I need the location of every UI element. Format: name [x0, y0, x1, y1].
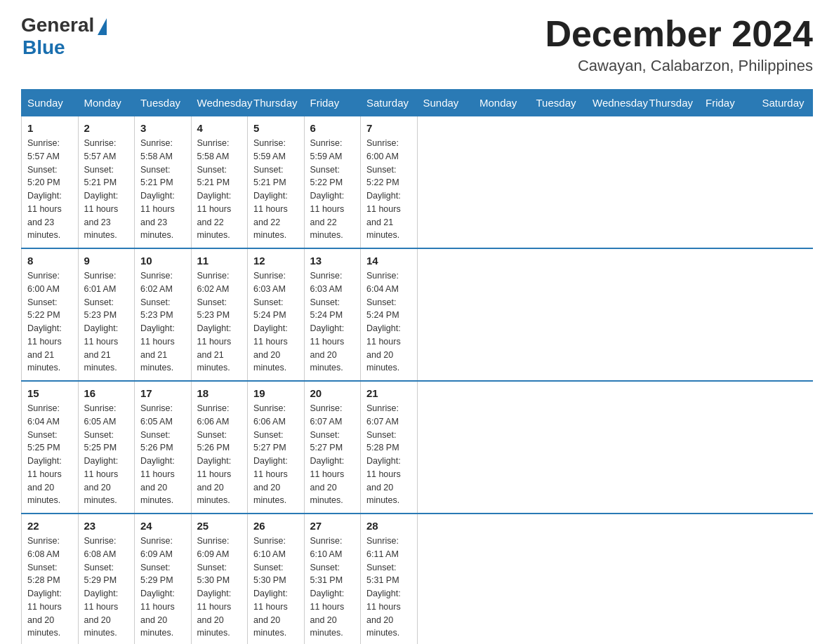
- day-info: Sunrise: 6:04 AMSunset: 5:25 PMDaylight:…: [27, 402, 72, 507]
- calendar-cell: 16Sunrise: 6:05 AMSunset: 5:25 PMDayligh…: [78, 381, 135, 514]
- day-info: Sunrise: 6:10 AMSunset: 5:30 PMDaylight:…: [253, 535, 298, 640]
- day-number: 5: [253, 122, 298, 134]
- day-info: Sunrise: 6:10 AMSunset: 5:31 PMDaylight:…: [310, 535, 355, 640]
- day-info: Sunrise: 6:06 AMSunset: 5:27 PMDaylight:…: [253, 402, 298, 507]
- day-number: 22: [27, 520, 72, 532]
- day-info: Sunrise: 6:02 AMSunset: 5:23 PMDaylight:…: [140, 269, 185, 375]
- header-day-sunday: Sunday: [417, 90, 474, 116]
- day-number: 17: [140, 387, 185, 399]
- calendar-cell: 8Sunrise: 6:00 AMSunset: 5:22 PMDaylight…: [22, 248, 79, 381]
- day-info: Sunrise: 6:05 AMSunset: 5:25 PMDaylight:…: [84, 402, 129, 507]
- header-day-tuesday: Tuesday: [135, 90, 192, 116]
- day-info: Sunrise: 5:59 AMSunset: 5:21 PMDaylight:…: [253, 137, 298, 242]
- day-info: Sunrise: 6:00 AMSunset: 5:22 PMDaylight:…: [27, 269, 72, 375]
- title-area: December 2024 Cawayan, Calabarzon, Phili…: [545, 14, 813, 75]
- calendar-cell: 6Sunrise: 5:59 AMSunset: 5:22 PMDaylight…: [304, 116, 361, 249]
- day-info: Sunrise: 6:03 AMSunset: 5:24 PMDaylight:…: [310, 269, 355, 375]
- day-number: 15: [27, 387, 72, 399]
- day-number: 12: [253, 255, 298, 267]
- day-number: 9: [84, 255, 129, 267]
- calendar-cell: 27Sunrise: 6:10 AMSunset: 5:31 PMDayligh…: [304, 514, 361, 644]
- day-info: Sunrise: 6:07 AMSunset: 5:28 PMDaylight:…: [366, 402, 411, 507]
- logo: General Blue: [21, 14, 107, 59]
- calendar-cell: 4Sunrise: 5:58 AMSunset: 5:21 PMDaylight…: [191, 116, 248, 249]
- day-number: 3: [140, 122, 185, 134]
- day-info: Sunrise: 6:09 AMSunset: 5:30 PMDaylight:…: [197, 535, 242, 640]
- day-number: 8: [27, 255, 72, 267]
- calendar-cell: 24Sunrise: 6:09 AMSunset: 5:29 PMDayligh…: [135, 514, 192, 644]
- calendar-week-row: 1Sunrise: 5:57 AMSunset: 5:20 PMDaylight…: [22, 116, 813, 249]
- calendar-cell: 19Sunrise: 6:06 AMSunset: 5:27 PMDayligh…: [248, 381, 305, 514]
- header-day-saturday: Saturday: [756, 90, 813, 116]
- day-number: 10: [140, 255, 185, 267]
- header-day-wednesday: Wednesday: [191, 90, 248, 116]
- day-info: Sunrise: 6:08 AMSunset: 5:28 PMDaylight:…: [27, 535, 72, 640]
- calendar-table: SundayMondayTuesdayWednesdayThursdayFrid…: [21, 89, 813, 644]
- calendar-cell: 14Sunrise: 6:04 AMSunset: 5:24 PMDayligh…: [361, 248, 418, 381]
- day-info: Sunrise: 6:08 AMSunset: 5:29 PMDaylight:…: [84, 535, 129, 640]
- day-info: Sunrise: 5:58 AMSunset: 5:21 PMDaylight:…: [140, 137, 185, 242]
- day-info: Sunrise: 6:01 AMSunset: 5:23 PMDaylight:…: [84, 269, 129, 375]
- day-number: 1: [27, 122, 72, 134]
- day-info: Sunrise: 6:07 AMSunset: 5:27 PMDaylight:…: [310, 402, 355, 507]
- day-number: 11: [197, 255, 242, 267]
- header-day-tuesday: Tuesday: [530, 90, 587, 116]
- calendar-cell: 20Sunrise: 6:07 AMSunset: 5:27 PMDayligh…: [304, 381, 361, 514]
- calendar-week-row: 8Sunrise: 6:00 AMSunset: 5:22 PMDaylight…: [22, 248, 813, 381]
- day-number: 28: [366, 520, 411, 532]
- calendar-cell: 26Sunrise: 6:10 AMSunset: 5:30 PMDayligh…: [248, 514, 305, 644]
- calendar-cell: 25Sunrise: 6:09 AMSunset: 5:30 PMDayligh…: [191, 514, 248, 644]
- header-day-thursday: Thursday: [248, 90, 305, 116]
- calendar-cell: 13Sunrise: 6:03 AMSunset: 5:24 PMDayligh…: [304, 248, 361, 381]
- logo-blue-text: Blue: [22, 36, 65, 58]
- header-day-sunday: Sunday: [22, 90, 79, 116]
- day-info: Sunrise: 6:09 AMSunset: 5:29 PMDaylight:…: [140, 535, 185, 640]
- day-info: Sunrise: 6:11 AMSunset: 5:31 PMDaylight:…: [366, 535, 411, 640]
- header-day-thursday: Thursday: [643, 90, 700, 116]
- header-day-saturday: Saturday: [361, 90, 418, 116]
- day-info: Sunrise: 5:57 AMSunset: 5:21 PMDaylight:…: [84, 137, 129, 242]
- calendar-header-row: SundayMondayTuesdayWednesdayThursdayFrid…: [22, 90, 813, 116]
- day-info: Sunrise: 5:59 AMSunset: 5:22 PMDaylight:…: [310, 137, 355, 242]
- day-info: Sunrise: 6:03 AMSunset: 5:24 PMDaylight:…: [253, 269, 298, 375]
- header-day-monday: Monday: [78, 90, 135, 116]
- calendar-cell: 22Sunrise: 6:08 AMSunset: 5:28 PMDayligh…: [22, 514, 79, 644]
- day-number: 2: [84, 122, 129, 134]
- day-info: Sunrise: 6:06 AMSunset: 5:26 PMDaylight:…: [197, 402, 242, 507]
- day-number: 14: [366, 255, 411, 267]
- day-number: 26: [253, 520, 298, 532]
- day-number: 24: [140, 520, 185, 532]
- day-info: Sunrise: 5:58 AMSunset: 5:21 PMDaylight:…: [197, 137, 242, 242]
- day-number: 16: [84, 387, 129, 399]
- calendar-cell: 2Sunrise: 5:57 AMSunset: 5:21 PMDaylight…: [78, 116, 135, 249]
- calendar-cell: 10Sunrise: 6:02 AMSunset: 5:23 PMDayligh…: [135, 248, 192, 381]
- header-day-wednesday: Wednesday: [587, 90, 644, 116]
- calendar-cell: 9Sunrise: 6:01 AMSunset: 5:23 PMDaylight…: [78, 248, 135, 381]
- calendar-cell: 17Sunrise: 6:05 AMSunset: 5:26 PMDayligh…: [135, 381, 192, 514]
- calendar-cell: 18Sunrise: 6:06 AMSunset: 5:26 PMDayligh…: [191, 381, 248, 514]
- calendar-cell: 3Sunrise: 5:58 AMSunset: 5:21 PMDaylight…: [135, 116, 192, 249]
- calendar-cell: 21Sunrise: 6:07 AMSunset: 5:28 PMDayligh…: [361, 381, 418, 514]
- day-number: 25: [197, 520, 242, 532]
- calendar-cell: 5Sunrise: 5:59 AMSunset: 5:21 PMDaylight…: [248, 116, 305, 249]
- calendar-cell: 28Sunrise: 6:11 AMSunset: 5:31 PMDayligh…: [361, 514, 418, 644]
- day-number: 27: [310, 520, 355, 532]
- logo-general-text: General: [21, 14, 94, 36]
- day-number: 21: [366, 387, 411, 399]
- calendar-cell: 23Sunrise: 6:08 AMSunset: 5:29 PMDayligh…: [78, 514, 135, 644]
- calendar-cell: 11Sunrise: 6:02 AMSunset: 5:23 PMDayligh…: [191, 248, 248, 381]
- day-number: 7: [366, 122, 411, 134]
- calendar-cell: 15Sunrise: 6:04 AMSunset: 5:25 PMDayligh…: [22, 381, 79, 514]
- calendar-cell: 12Sunrise: 6:03 AMSunset: 5:24 PMDayligh…: [248, 248, 305, 381]
- day-number: 13: [310, 255, 355, 267]
- day-number: 6: [310, 122, 355, 134]
- location-subtitle: Cawayan, Calabarzon, Philippines: [545, 57, 813, 75]
- header-day-monday: Monday: [474, 90, 531, 116]
- day-number: 20: [310, 387, 355, 399]
- calendar-cell: 1Sunrise: 5:57 AMSunset: 5:20 PMDaylight…: [22, 116, 79, 249]
- calendar-week-row: 22Sunrise: 6:08 AMSunset: 5:28 PMDayligh…: [22, 514, 813, 644]
- day-info: Sunrise: 5:57 AMSunset: 5:20 PMDaylight:…: [27, 137, 72, 242]
- day-info: Sunrise: 6:02 AMSunset: 5:23 PMDaylight:…: [197, 269, 242, 375]
- calendar-week-row: 15Sunrise: 6:04 AMSunset: 5:25 PMDayligh…: [22, 381, 813, 514]
- header: General Blue December 2024 Cawayan, Cala…: [21, 14, 813, 75]
